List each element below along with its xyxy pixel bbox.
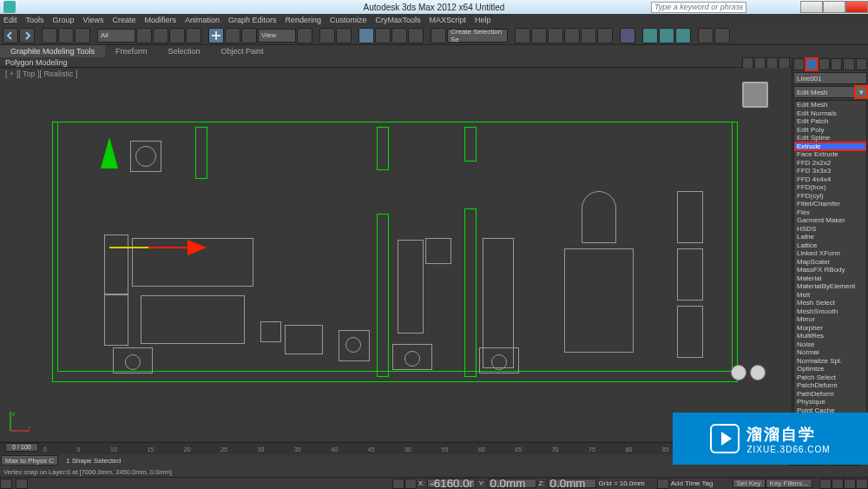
steering-wheels[interactable] [731,365,766,380]
render-frame-button[interactable] [659,28,674,43]
modifier-item[interactable]: Edit Poly [794,126,866,135]
modifier-item[interactable]: Edit Normals [794,109,866,118]
tab-display[interactable] [843,58,854,70]
gizmo-y-axis[interactable] [101,137,118,169]
select-move-button[interactable] [208,28,224,43]
viewcube[interactable] [736,76,774,115]
modifier-item[interactable]: Extrude [794,142,866,151]
curve-editor-button[interactable] [581,28,596,43]
modifier-item[interactable]: Physique [794,398,866,406]
modifier-item[interactable]: Linked XForm [794,249,866,258]
menu-edit[interactable]: Edit [3,16,17,24]
modifier-item[interactable]: Optimize [794,365,866,373]
menu-crymaxtools[interactable]: CryMaxTools [376,16,421,24]
max-to-physx-button[interactable]: Max to Physx C [1,455,58,466]
isolate-button[interactable] [392,479,404,489]
tab-hierarchy[interactable] [819,58,830,70]
layers-button[interactable] [548,28,563,43]
ribbon-tab-selection[interactable]: Selection [157,45,210,57]
modifier-item[interactable]: Noise [794,340,866,349]
keyboard-shortcut-button[interactable] [336,28,352,43]
move-gizmo[interactable] [94,137,118,169]
gizmo-x-axis[interactable] [109,240,207,255]
select-scale-button[interactable] [241,28,257,43]
viewport[interactable]: [ + ][ Top ][ Realistic ] [0,68,792,441]
render-button[interactable] [675,28,691,43]
set-key-button[interactable]: Set Key [733,479,766,488]
modifier-item[interactable]: MultiRes [794,332,866,340]
key-filters-button[interactable]: Key Filters... [766,479,812,488]
bind-spacewarp-button[interactable] [75,28,90,43]
add-time-tag[interactable]: Add Time Tag [671,479,713,487]
minimize-button[interactable] [800,1,823,13]
menu-help[interactable]: Help [475,16,491,24]
menu-maxscript[interactable]: MAXScript [430,16,467,24]
modifier-item[interactable]: Garment Maker [794,216,866,225]
modifier-item[interactable]: PathDeform [794,390,866,399]
ref-coord-dropdown[interactable]: View [258,29,296,43]
menu-animation[interactable]: Animation [185,16,220,24]
modifier-list-dropdown[interactable]: Edit Mesh ▾ [793,86,867,98]
material-editor-button[interactable] [620,28,635,43]
modifier-item[interactable]: Edit Mesh [794,101,866,109]
modifier-item[interactable]: Flex [794,208,866,217]
align-button[interactable] [531,28,547,43]
select-name-button[interactable] [153,28,168,43]
modifier-item[interactable]: MassFX RBody [794,266,866,274]
modifier-item[interactable]: Morpher [794,324,866,333]
menu-group[interactable]: Group [53,16,75,24]
window-crossing-button[interactable] [186,28,201,43]
named-selection-dropdown[interactable]: Create Selection Se [447,29,508,43]
link-button[interactable] [42,28,57,43]
ribbon-sub[interactable]: Polygon Modeling [0,57,868,68]
cry-tools-button[interactable] [714,28,730,43]
selection-lock-button[interactable] [404,479,417,489]
menu-rendering[interactable]: Rendering [286,16,322,24]
menu-grapheditors[interactable]: Graph Editors [228,16,277,24]
nav-orbit-button[interactable] [832,479,844,489]
close-button[interactable] [845,1,868,13]
spinner-snap-button[interactable] [408,28,424,43]
object-name-field[interactable]: Line001 [793,72,867,84]
ribbon-toggle-button[interactable] [564,28,580,43]
modifier-item[interactable]: Fillet/Chamfer [794,200,866,208]
maxscript-listener-button[interactable] [0,479,12,489]
time-tag-button[interactable] [657,479,669,489]
nav-minmax-button[interactable] [856,479,868,489]
modifier-item[interactable]: FFD 2x2x2 [794,159,866,168]
menu-tools[interactable]: Tools [26,16,44,24]
select-rotate-button[interactable] [225,28,240,43]
ribbon-tab-freeform[interactable]: Freeform [105,45,158,57]
schematic-view-button[interactable] [597,28,613,43]
menu-customize[interactable]: Customize [330,16,367,24]
tab-create[interactable] [793,58,805,70]
menu-views[interactable]: Views [83,16,104,24]
select-region-button[interactable] [169,28,185,43]
modifier-item[interactable]: FFD 3x3x3 [794,167,866,175]
modifier-item[interactable]: Lathe [794,233,866,241]
coord-y-field[interactable] [488,479,536,488]
tab-modify[interactable] [806,58,817,70]
frame-indicator[interactable]: 0 / 100 [5,443,38,452]
modifier-item[interactable]: Face Extrude [794,150,866,159]
ribbon-tab-objectpaint[interactable]: Object Paint [210,45,273,57]
lock-selection-button[interactable] [16,479,28,489]
modifier-item[interactable]: PatchDeform [794,381,866,390]
modifier-item[interactable]: Patch Select [794,373,866,382]
modifier-item[interactable]: MapScaler [794,258,866,267]
modifier-item[interactable]: MeshSmooth [794,307,866,316]
modifier-item[interactable]: Mirror [794,315,866,324]
modifier-item[interactable]: FFD(cyl) [794,192,866,201]
percent-snap-button[interactable] [391,28,407,43]
angle-snap-button[interactable] [375,28,391,43]
manipulate-button[interactable] [319,28,335,43]
unlink-button[interactable] [58,28,74,43]
viewport-label[interactable]: [ + ][ Top ][ Realistic ] [5,69,78,78]
modifier-item[interactable]: FFD(box) [794,183,866,192]
maximize-button[interactable] [823,1,845,13]
app-icon[interactable] [3,1,16,13]
menu-modifiers[interactable]: Modifiers [144,16,176,24]
mirror-button[interactable] [515,28,530,43]
nav-pan-button[interactable] [819,479,832,489]
menu-create[interactable]: Create [112,16,135,24]
